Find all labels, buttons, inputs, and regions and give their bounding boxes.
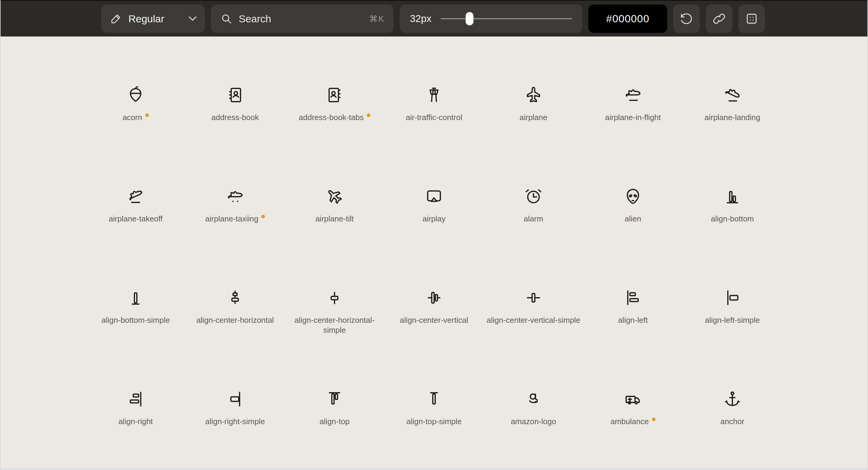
icon-label: anchor <box>720 417 744 427</box>
align-center-horizontal-simple-icon <box>325 288 344 307</box>
icon-label-row: airplane-taxiing <box>205 214 265 224</box>
icon-cell-align-center-vertical[interactable]: align-center-vertical <box>384 288 484 389</box>
align-bottom-simple-icon <box>126 288 145 307</box>
icon-label-row: align-center-vertical-simple <box>487 315 581 325</box>
icon-label: airplane-in-flight <box>605 113 661 122</box>
align-right-simple-icon <box>225 389 245 409</box>
icon-cell-airplane[interactable]: airplane <box>484 85 583 187</box>
icon-cell-airplane-tilt[interactable]: airplane-tilt <box>285 187 384 288</box>
link-icon <box>712 12 726 26</box>
icon-label-row: align-center-vertical <box>400 315 468 325</box>
icon-label-row: align-right <box>119 417 153 427</box>
airplane-takeoff-icon <box>126 187 145 206</box>
icon-cell-align-top[interactable]: align-top <box>285 389 384 470</box>
anchor-icon <box>723 389 742 409</box>
icon-label: airplane-tilt <box>315 214 353 224</box>
icon-cell-airplane-taxiing[interactable]: airplane-taxiing <box>185 187 285 288</box>
icon-size-control: 32px <box>400 4 582 33</box>
icon-label-row: airplane-in-flight <box>605 113 661 122</box>
icon-cell-address-book[interactable]: address-book <box>185 85 285 187</box>
icon-cell-anchor[interactable]: anchor <box>683 389 782 470</box>
icon-label-row: address-book <box>211 113 259 122</box>
align-bottom-icon <box>723 187 742 206</box>
amazon-logo-icon <box>524 389 543 409</box>
icon-label: address-book <box>211 113 259 122</box>
icon-cell-align-bottom-simple[interactable]: align-bottom-simple <box>86 288 185 389</box>
search-shortcut: ⌘K <box>369 14 384 24</box>
address-book-icon <box>225 85 245 105</box>
align-right-icon <box>126 389 145 409</box>
icon-cell-air-traffic-control[interactable]: air-traffic-control <box>384 85 484 187</box>
icon-label: align-left-simple <box>705 315 760 325</box>
icon-cell-alien[interactable]: alien <box>583 187 683 288</box>
icon-cell-align-left-simple[interactable]: align-left-simple <box>683 288 782 389</box>
icon-label: align-center-horizontal <box>196 315 274 325</box>
airplane-landing-icon <box>723 85 742 105</box>
icon-label-row: alien <box>625 214 641 224</box>
icon-cell-airplane-takeoff[interactable]: airplane-takeoff <box>86 187 185 288</box>
align-top-icon <box>325 389 344 409</box>
icon-cell-address-book-tabs[interactable]: address-book-tabs <box>285 85 384 187</box>
dice-icon <box>745 12 758 26</box>
icon-label-row: alarm <box>524 214 543 224</box>
color-value: #000000 <box>606 13 649 25</box>
icon-label: align-center-horizontal-simple <box>286 315 383 335</box>
icon-label-row: acorn <box>122 113 149 122</box>
icon-cell-align-right-simple[interactable]: align-right-simple <box>185 389 285 470</box>
icon-cell-align-left[interactable]: align-left <box>583 288 683 389</box>
size-slider-track[interactable] <box>441 18 572 19</box>
undo-icon <box>680 12 693 26</box>
icon-cell-ambulance[interactable]: ambulance <box>583 389 683 470</box>
icon-cell-airplane-landing[interactable]: airplane-landing <box>683 85 782 187</box>
icon-label: align-bottom-simple <box>101 315 170 325</box>
icon-cell-alarm[interactable]: alarm <box>484 187 583 288</box>
acorn-icon <box>126 85 145 105</box>
new-badge <box>367 113 370 117</box>
style-weight-dropdown[interactable]: Regular <box>101 4 205 33</box>
address-book-tabs-icon <box>325 85 344 105</box>
icon-label: align-center-vertical <box>400 315 468 325</box>
icon-cell-align-center-horizontal-simple[interactable]: align-center-horizontal-simple <box>285 288 384 389</box>
icon-label-row: ambulance <box>610 417 655 427</box>
icon-cell-align-center-horizontal[interactable]: align-center-horizontal <box>185 288 285 389</box>
airplay-icon <box>424 187 444 206</box>
icon-cell-acorn[interactable]: acorn <box>86 85 185 187</box>
icon-label: acorn <box>122 113 142 122</box>
search-icon <box>220 12 233 25</box>
icon-label-row: amazon-logo <box>511 417 556 427</box>
slider-knob[interactable] <box>466 12 473 25</box>
search-input[interactable] <box>239 13 363 25</box>
icon-label: amazon-logo <box>511 417 556 427</box>
icon-label: align-bottom <box>711 214 754 224</box>
align-top-simple-icon <box>424 389 444 409</box>
icon-cell-amazon-logo[interactable]: amazon-logo <box>484 389 583 470</box>
icon-cell-align-right[interactable]: align-right <box>86 389 185 470</box>
icon-cell-airplay[interactable]: airplay <box>384 187 484 288</box>
icon-label: alien <box>625 214 641 224</box>
icon-label-row: air-traffic-control <box>406 113 462 122</box>
copy-link-button[interactable] <box>706 4 733 33</box>
icon-label: airplane-landing <box>704 113 760 122</box>
icon-grid: acorn address-book address-book-tabs air… <box>86 36 782 470</box>
new-badge <box>652 417 655 421</box>
icon-cell-align-center-vertical-simple[interactable]: align-center-vertical-simple <box>484 288 583 389</box>
align-left-icon <box>623 288 643 307</box>
icon-label-row: align-bottom <box>711 214 754 224</box>
icon-label: align-right <box>119 417 153 427</box>
random-icon-button[interactable] <box>738 4 765 33</box>
icon-cell-airplane-in-flight[interactable]: airplane-in-flight <box>583 85 683 187</box>
alarm-icon <box>524 187 543 206</box>
align-center-vertical-simple-icon <box>524 288 543 307</box>
icon-cell-align-bottom[interactable]: align-bottom <box>683 187 782 288</box>
icon-label: align-top-simple <box>406 417 462 427</box>
icon-label: ambulance <box>610 417 649 427</box>
search-field[interactable]: ⌘K <box>211 4 394 33</box>
icon-label: align-center-vertical-simple <box>487 315 581 325</box>
airplane-tilt-icon <box>325 187 344 206</box>
icon-label-row: address-book-tabs <box>299 113 370 122</box>
toolbar: Regular ⌘K 32px #000000 <box>1 0 867 36</box>
icon-cell-align-top-simple[interactable]: align-top-simple <box>384 389 484 470</box>
undo-button[interactable] <box>673 4 700 33</box>
color-picker-button[interactable]: #000000 <box>588 4 667 33</box>
icon-label: align-left <box>618 315 648 325</box>
